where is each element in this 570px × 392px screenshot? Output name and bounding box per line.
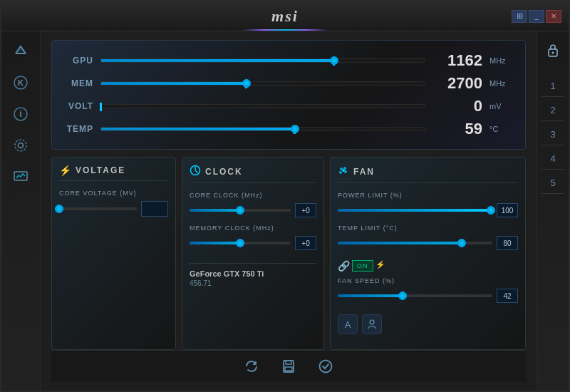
right-sidebar: 1 2 3 4 5	[537, 31, 569, 391]
msi-logo: msi	[271, 7, 299, 26]
mem-clock-value[interactable]: +0	[295, 236, 316, 250]
svg-rect-12	[286, 361, 291, 364]
voltage-title: VOLTAGE	[76, 165, 125, 175]
fan-toggle-group: 🔗 ON ⚡	[338, 260, 518, 272]
mem-clock-track[interactable]	[190, 242, 291, 244]
core-clock-group: CORE CLOCK (MHz) +0	[190, 192, 316, 217]
mem-bar	[100, 81, 425, 86]
title-bar: msi ⊞ _ ✕	[1, 1, 569, 31]
monitor-row-gpu: GPU 1162 MHz	[66, 49, 511, 72]
fan-speed-value[interactable]: 42	[497, 289, 518, 303]
apply-button[interactable]	[314, 355, 337, 378]
fan-action-buttons: A	[338, 314, 518, 334]
windows-button[interactable]: ⊞	[512, 10, 527, 23]
minimize-button[interactable]: _	[529, 10, 544, 23]
svg-point-16	[552, 52, 554, 54]
power-limit-value[interactable]: 100	[497, 203, 518, 217]
fan-speed-group: FAN SPEED (%) 42	[338, 277, 518, 303]
left-sidebar: K i	[1, 31, 41, 391]
core-voltage-track[interactable]	[59, 207, 137, 210]
window-controls: ⊞ _ ✕	[512, 10, 561, 23]
core-clock-value[interactable]: +0	[295, 203, 316, 217]
mem-unit: MHz	[489, 79, 511, 88]
mem-value: 2700	[432, 74, 482, 93]
mem-clock-slider-row: +0	[190, 236, 316, 250]
mem-bar-fill	[101, 82, 247, 85]
volt-value: 0	[432, 97, 482, 115]
monitor-section: GPU 1162 MHz MEM 2700 MHz	[51, 40, 526, 150]
monitor-row-mem: MEM 2700 MHz	[66, 72, 511, 95]
monitor-row-temp: TEMP 59 °C	[66, 118, 511, 140]
gpu-unit: MHz	[489, 56, 511, 65]
gpu-bar	[100, 58, 425, 63]
svg-text:K: K	[18, 78, 24, 87]
reset-button[interactable]	[240, 355, 263, 378]
gpu-value: 1162	[432, 51, 482, 70]
profile-1[interactable]: 1	[542, 76, 564, 97]
fan-icon	[338, 165, 349, 178]
temp-value: 59	[432, 120, 482, 138]
mem-thumb	[242, 79, 251, 88]
sidebar-icon-gaming[interactable]	[8, 38, 33, 64]
gpu-model-name: GeForce GTX 750 Ti	[190, 269, 316, 278]
profile-4[interactable]: 4	[542, 148, 564, 170]
temp-thumb	[291, 125, 299, 133]
svg-text:i: i	[19, 109, 21, 119]
core-voltage-value[interactable]	[141, 201, 168, 217]
voltage-header: ⚡ VOLTAGE	[59, 165, 168, 181]
core-clock-track[interactable]	[190, 209, 291, 212]
gpu-bar-fill	[101, 59, 334, 62]
voltage-icon: ⚡	[59, 165, 71, 176]
fan-on-toggle[interactable]: ON	[352, 260, 373, 272]
temp-limit-track[interactable]	[338, 242, 492, 244]
temp-label: TEMP	[66, 124, 93, 134]
svg-point-6	[15, 140, 26, 151]
gpu-label: GPU	[66, 56, 93, 66]
auto-icon[interactable]: ⚡	[375, 260, 385, 272]
bottom-toolbar	[51, 350, 526, 382]
core-clock-label: CORE CLOCK (MHz)	[190, 192, 316, 199]
sidebar-icon-k[interactable]: K	[8, 70, 33, 96]
profile-5[interactable]: 5	[542, 172, 564, 194]
temp-bar	[100, 127, 425, 131]
volt-unit: mV	[489, 102, 511, 110]
tabs-section: ⚡ VOLTAGE CORE VOLTAGE (MV)	[51, 157, 526, 350]
sidebar-icon-info[interactable]: i	[8, 101, 33, 127]
link-icon[interactable]: 🔗	[338, 260, 350, 272]
svg-point-5	[19, 143, 24, 148]
fan-speed-track[interactable]	[338, 294, 492, 297]
fan-panel: FAN POWER LIMIT (%) 100	[330, 157, 526, 350]
sidebar-icon-settings[interactable]	[8, 133, 33, 158]
center-content: GPU 1162 MHz MEM 2700 MHz	[41, 31, 537, 391]
temp-limit-slider-row: 80	[338, 236, 518, 250]
clock-icon	[190, 165, 201, 178]
fan-speed-label: FAN SPEED (%)	[338, 277, 518, 284]
profile-2[interactable]: 2	[542, 100, 564, 121]
mem-label: MEM	[66, 78, 93, 88]
mem-clock-group: MEMORY CLOCK (MHz) +0	[190, 225, 316, 250]
gpu-driver-version: 456.71	[190, 279, 316, 287]
profile-numbers: 1 2 3 4 5	[542, 76, 564, 194]
temp-limit-value[interactable]: 80	[497, 236, 518, 250]
monitor-row-volt: VOLT 0 mV	[66, 95, 511, 118]
power-limit-label: POWER LIMIT (%)	[338, 192, 518, 199]
volt-bar	[100, 104, 425, 108]
power-limit-group: POWER LIMIT (%) 100	[338, 192, 518, 217]
core-clock-slider-row: +0	[190, 203, 316, 217]
sidebar-icon-monitor[interactable]	[8, 164, 33, 190]
temp-bar-fill	[101, 128, 295, 130]
svg-rect-13	[285, 367, 292, 371]
svg-point-10	[370, 320, 374, 324]
fan-header: FAN	[338, 165, 518, 183]
lock-icon[interactable]	[542, 38, 564, 61]
voltage-panel: ⚡ VOLTAGE CORE VOLTAGE (MV)	[51, 157, 176, 350]
power-limit-slider-row: 100	[338, 203, 518, 217]
voltage-core-group: CORE VOLTAGE (MV)	[59, 190, 168, 217]
save-button[interactable]	[277, 355, 300, 378]
fan-auto-button[interactable]: A	[338, 314, 358, 334]
clock-title: CLOCK	[205, 167, 243, 177]
close-button[interactable]: ✕	[546, 10, 561, 23]
fan-profile-button[interactable]	[362, 314, 382, 334]
power-limit-track[interactable]	[338, 209, 492, 212]
profile-3[interactable]: 3	[542, 124, 564, 145]
